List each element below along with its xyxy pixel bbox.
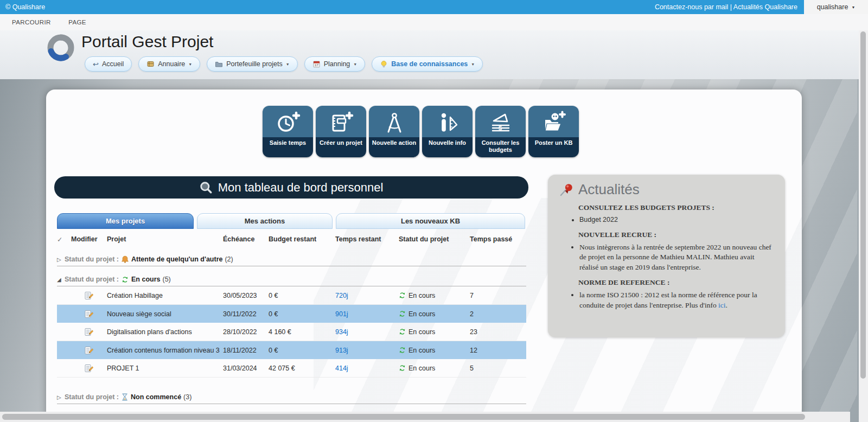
dashboard-tab[interactable]: Les nouveaux KB — [336, 213, 525, 229]
news-inline-link[interactable]: ici — [718, 301, 726, 309]
nav-pill-label: Accueil — [102, 60, 124, 68]
group-name: Non commencé — [131, 393, 181, 401]
time-spent: 5 — [470, 365, 526, 372]
group-count: (3) — [183, 393, 192, 401]
nav-pill[interactable]: Annuaire ▼ — [138, 56, 200, 72]
table-row[interactable]: Création Habillage 30/05/2023 0 € 720j — [57, 286, 526, 305]
suitebar-links[interactable]: Contactez-nous par mail | Actualités Qua… — [655, 0, 797, 14]
time-spent: 23 — [470, 328, 526, 336]
action-tile[interactable]: Nouvelle info — [422, 106, 473, 157]
post-kb-icon — [541, 111, 566, 136]
in-progress-status-icon — [122, 276, 129, 283]
dashboard-tab[interactable]: Mes actions — [197, 213, 333, 229]
clock-plus-icon — [276, 111, 301, 136]
in-progress-status-icon — [399, 310, 406, 317]
due-date: 30/11/2022 — [223, 310, 269, 318]
chevron-down-icon: ▼ — [188, 62, 192, 66]
table-header-row: ✓ Modifier Projet Échéance Budget restan… — [57, 232, 526, 246]
page-background: Saisie temps — [0, 79, 868, 422]
edit-item-icon[interactable] — [71, 310, 107, 318]
select-all-check[interactable]: ✓ — [57, 235, 71, 244]
table-row[interactable]: Création contenus formation niveau 3 18/… — [57, 341, 526, 359]
table-row[interactable]: PROJET 1 31/03/2024 42 075 € 414j — [57, 359, 526, 378]
action-tile[interactable]: $ Consulter les budgets — [475, 106, 526, 157]
projects-table: ✓ Modifier Projet Échéance Budget restan… — [57, 232, 526, 422]
group-header-row[interactable]: ▷ Statut du projet : — [57, 391, 526, 404]
budget-remaining: 4 160 € — [269, 328, 335, 336]
news-panel: Actualités CONSULTEZ LES BUDGETS PROJETS… — [548, 175, 785, 337]
chevron-down-icon: ▼ — [471, 62, 475, 66]
news-title: Actualités — [578, 181, 640, 198]
time-spent: 2 — [470, 310, 526, 318]
col-header-modifier[interactable]: Modifier — [71, 235, 107, 243]
group-field-label: Statut du projet : — [65, 255, 119, 263]
col-header-temps-passe[interactable]: Temps passé — [470, 235, 526, 243]
group-rows: Création Habillage 30/05/2023 0 € 720j — [57, 286, 526, 378]
col-header-projet[interactable]: Projet — [107, 235, 223, 243]
group-header-row[interactable]: ▷ Statut du projet : Atte — [57, 253, 526, 266]
project-status: En cours — [409, 328, 435, 336]
svg-text:17: 17 — [315, 63, 318, 67]
time-remaining-link[interactable]: 414j — [335, 365, 399, 372]
vertical-scrollbar — [859, 30, 868, 422]
time-remaining-link[interactable]: 901j — [335, 310, 399, 318]
time-spent: 7 — [470, 292, 526, 299]
col-header-temps-restant[interactable]: Temps restant — [335, 235, 399, 243]
col-header-budget[interactable]: Budget restant — [269, 235, 335, 243]
new-project-icon — [329, 111, 354, 136]
group-expand-arrow-icon[interactable]: ▷ — [57, 394, 65, 400]
ribbon-tab[interactable]: PARCOURIR — [12, 14, 51, 30]
action-tile[interactable]: Poster un KB — [528, 106, 579, 157]
budget-remaining: 0 € — [269, 310, 335, 318]
pushpin-icon — [559, 182, 574, 197]
edit-item-icon[interactable] — [71, 291, 107, 300]
edit-item-icon[interactable] — [71, 364, 107, 373]
user-menu[interactable]: qualishare ▼ — [804, 0, 868, 14]
due-date: 28/10/2022 — [223, 328, 269, 336]
nav-pill[interactable]: Portefeuille projets ▼ — [207, 56, 297, 72]
nav-pill-label: Annuaire — [158, 60, 185, 68]
magnifier-icon — [200, 181, 213, 194]
group-expand-arrow-icon[interactable]: ▷ — [57, 257, 65, 263]
time-remaining-link[interactable]: 913j — [335, 347, 399, 354]
news-list-item: Nous intègrerons à la rentrée de septemb… — [579, 242, 774, 273]
action-tile[interactable]: Créer un projet — [316, 106, 366, 157]
in-progress-status-icon — [399, 365, 406, 372]
due-date: 31/03/2024 — [223, 365, 269, 372]
user-name: qualishare — [817, 3, 848, 11]
tile-label: Consulter les budgets — [475, 137, 526, 157]
chevron-down-icon: ▼ — [286, 62, 290, 66]
vertical-scrollbar-thumb[interactable] — [860, 31, 866, 379]
lightbulb-icon — [380, 60, 388, 68]
page-title: Portail Gest Projet — [81, 33, 213, 51]
col-header-echeance[interactable]: Échéance — [223, 235, 269, 243]
tile-label: Saisie temps — [263, 137, 313, 157]
drafting-compass-icon — [382, 111, 407, 136]
nav-pill[interactable]: ↩ Accueil — [85, 56, 132, 72]
table-row[interactable]: Digitalisation plans d'actions 28/10/202… — [57, 323, 526, 341]
time-remaining-link[interactable]: 934j — [335, 328, 399, 336]
group-expand-arrow-icon[interactable]: ◢ — [57, 277, 65, 283]
table-row[interactable]: Nouveau siège social 30/11/2022 0 € 901j — [57, 305, 526, 323]
time-remaining-link[interactable]: 720j — [335, 292, 399, 299]
action-tile[interactable]: Nouvelle action — [369, 106, 419, 157]
news-sections: CONSULTEZ LES BUDGETS PROJETS : Budget 2… — [571, 203, 774, 311]
project-status: En cours — [409, 310, 435, 318]
horizontal-scrollbar-thumb[interactable] — [2, 414, 805, 420]
tile-label: Poster un KB — [528, 137, 579, 157]
edit-item-icon[interactable] — [71, 346, 107, 355]
nav-pill[interactable]: Base de connaissances ▼ — [372, 56, 483, 72]
nav-pill[interactable]: 17 Planning ▼ — [304, 56, 366, 72]
col-header-statut[interactable]: Statut du projet — [399, 235, 470, 243]
group-count: (5) — [163, 276, 171, 283]
ribbon-tab[interactable]: PAGE — [68, 14, 86, 30]
table-groups: ▷ Statut du projet : Atte — [57, 253, 526, 422]
group-header-row[interactable]: ◢ Statut du projet : — [57, 273, 526, 286]
project-name: Nouveau siège social — [107, 310, 223, 318]
edit-item-icon[interactable] — [71, 328, 107, 336]
budget-ruler-icon: $ — [488, 111, 513, 136]
dashboard-tab[interactable]: Mes projets — [57, 213, 194, 229]
action-tile[interactable]: Saisie temps — [263, 106, 313, 157]
dashboard-title: Mon tableau de bord personnel — [218, 181, 384, 195]
project-status: En cours — [409, 347, 435, 354]
